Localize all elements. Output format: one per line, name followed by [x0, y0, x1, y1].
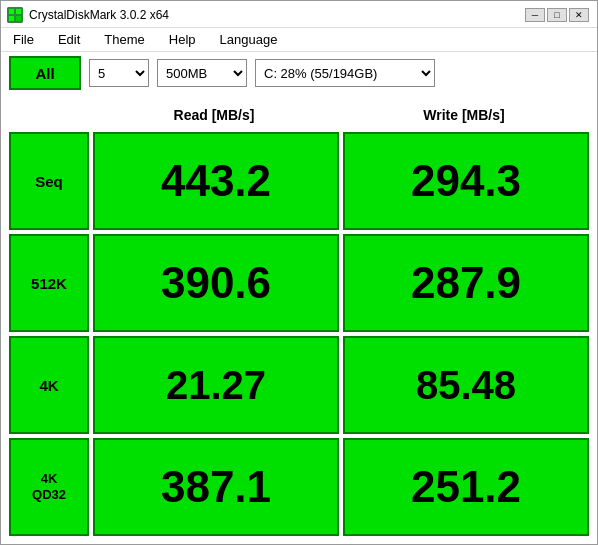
- seq-read: 443.2: [93, 132, 339, 230]
- seq-write: 294.3: [343, 132, 589, 230]
- label-512k[interactable]: 512K: [9, 234, 89, 332]
- bench-header: Read [MB/s] Write [MB/s]: [9, 98, 589, 132]
- bench-row-512k: 512K 390.6 287.9: [9, 234, 589, 332]
- 512k-write: 287.9: [343, 234, 589, 332]
- drive-select[interactable]: C: 28% (55/194GB): [255, 59, 435, 87]
- svg-rect-1: [9, 9, 14, 14]
- menu-file[interactable]: File: [9, 30, 38, 49]
- 4kqd32-write: 251.2: [343, 438, 589, 536]
- bench-row-4k: 4K 21.27 85.48: [9, 336, 589, 434]
- runs-select[interactable]: 5 1 2 3 10: [89, 59, 149, 87]
- label-4k[interactable]: 4K: [9, 336, 89, 434]
- svg-rect-4: [16, 16, 21, 21]
- bench-row-4kqd32: 4KQD32 387.1 251.2: [9, 438, 589, 536]
- benchmark-area: Read [MB/s] Write [MB/s] Seq 443.2 294.3…: [1, 94, 597, 545]
- svg-rect-2: [16, 9, 21, 14]
- menu-help[interactable]: Help: [165, 30, 200, 49]
- window-controls: ─ □ ✕: [525, 8, 589, 22]
- read-header: Read [MB/s]: [89, 107, 339, 123]
- svg-rect-3: [9, 16, 14, 21]
- size-select[interactable]: 500MB 50MB 100MB 1GB 2GB 4GB: [157, 59, 247, 87]
- menu-theme[interactable]: Theme: [100, 30, 148, 49]
- 4kqd32-read: 387.1: [93, 438, 339, 536]
- main-window: CrystalDiskMark 3.0.2 x64 ─ □ ✕ File Edi…: [0, 0, 598, 545]
- menu-language[interactable]: Language: [216, 30, 282, 49]
- minimize-button[interactable]: ─: [525, 8, 545, 22]
- window-title: CrystalDiskMark 3.0.2 x64: [29, 8, 525, 22]
- 4k-read: 21.27: [93, 336, 339, 434]
- maximize-button[interactable]: □: [547, 8, 567, 22]
- label-4kqd32[interactable]: 4KQD32: [9, 438, 89, 536]
- app-icon: [7, 7, 23, 23]
- write-header: Write [MB/s]: [339, 107, 589, 123]
- 512k-read: 390.6: [93, 234, 339, 332]
- title-bar: CrystalDiskMark 3.0.2 x64 ─ □ ✕: [1, 1, 597, 28]
- label-seq[interactable]: Seq: [9, 132, 89, 230]
- bench-row-seq: Seq 443.2 294.3: [9, 132, 589, 230]
- menu-edit[interactable]: Edit: [54, 30, 84, 49]
- all-button[interactable]: All: [9, 56, 81, 90]
- menu-bar: File Edit Theme Help Language: [1, 28, 597, 52]
- controls-row: All 5 1 2 3 10 500MB 50MB 100MB 1GB 2GB …: [1, 52, 597, 94]
- close-button[interactable]: ✕: [569, 8, 589, 22]
- 4k-write: 85.48: [343, 336, 589, 434]
